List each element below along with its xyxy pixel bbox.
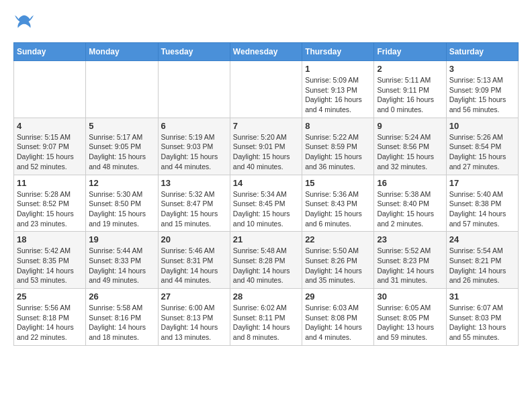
day-info: Sunrise: 5:24 AM Sunset: 8:56 PM Dayligh… bbox=[377, 132, 443, 172]
day-number: 8 bbox=[305, 121, 371, 131]
day-number: 10 bbox=[449, 121, 515, 131]
calendar-cell: 26Sunrise: 5:58 AM Sunset: 8:16 PM Dayli… bbox=[86, 289, 158, 346]
day-number: 13 bbox=[161, 178, 227, 188]
day-info: Sunrise: 6:05 AM Sunset: 8:05 PM Dayligh… bbox=[377, 303, 443, 342]
day-number: 15 bbox=[305, 178, 371, 188]
calendar-cell bbox=[230, 61, 302, 118]
day-info: Sunrise: 5:22 AM Sunset: 8:59 PM Dayligh… bbox=[305, 132, 371, 172]
day-header-thursday: Thursday bbox=[302, 43, 374, 61]
day-number: 3 bbox=[449, 64, 515, 74]
calendar-cell: 18Sunrise: 5:42 AM Sunset: 8:35 PM Dayli… bbox=[14, 232, 86, 289]
calendar-cell: 7Sunrise: 5:20 AM Sunset: 9:01 PM Daylig… bbox=[230, 118, 302, 175]
calendar-cell: 10Sunrise: 5:26 AM Sunset: 8:54 PM Dayli… bbox=[446, 118, 518, 175]
day-info: Sunrise: 5:44 AM Sunset: 8:33 PM Dayligh… bbox=[89, 246, 154, 285]
day-info: Sunrise: 6:07 AM Sunset: 8:03 PM Dayligh… bbox=[449, 303, 515, 342]
day-header-monday: Monday bbox=[86, 43, 158, 61]
day-info: Sunrise: 6:03 AM Sunset: 8:08 PM Dayligh… bbox=[305, 303, 371, 342]
calendar-cell: 25Sunrise: 5:56 AM Sunset: 8:18 PM Dayli… bbox=[14, 289, 86, 346]
calendar-cell: 12Sunrise: 5:30 AM Sunset: 8:50 PM Dayli… bbox=[86, 175, 158, 232]
day-header-tuesday: Tuesday bbox=[158, 43, 230, 61]
calendar-week-5: 25Sunrise: 5:56 AM Sunset: 8:18 PM Dayli… bbox=[14, 289, 519, 346]
calendar-cell: 19Sunrise: 5:44 AM Sunset: 8:33 PM Dayli… bbox=[86, 232, 158, 289]
day-number: 1 bbox=[305, 64, 371, 74]
calendar-cell: 23Sunrise: 5:52 AM Sunset: 8:23 PM Dayli… bbox=[374, 232, 446, 289]
day-number: 19 bbox=[89, 234, 154, 244]
day-number: 29 bbox=[305, 291, 371, 302]
calendar-cell: 28Sunrise: 6:02 AM Sunset: 8:11 PM Dayli… bbox=[230, 289, 302, 346]
calendar-cell: 13Sunrise: 5:32 AM Sunset: 8:47 PM Dayli… bbox=[158, 175, 230, 232]
calendar-cell: 16Sunrise: 5:38 AM Sunset: 8:40 PM Dayli… bbox=[374, 175, 446, 232]
day-number: 18 bbox=[17, 234, 83, 244]
day-info: Sunrise: 5:52 AM Sunset: 8:23 PM Dayligh… bbox=[377, 246, 443, 285]
day-number: 24 bbox=[449, 234, 515, 244]
calendar-cell: 29Sunrise: 6:03 AM Sunset: 8:08 PM Dayli… bbox=[302, 289, 374, 346]
day-number: 31 bbox=[449, 291, 515, 302]
day-info: Sunrise: 5:42 AM Sunset: 8:35 PM Dayligh… bbox=[17, 246, 83, 285]
day-header-wednesday: Wednesday bbox=[230, 43, 302, 61]
day-info: Sunrise: 5:26 AM Sunset: 8:54 PM Dayligh… bbox=[449, 132, 515, 172]
day-info: Sunrise: 5:58 AM Sunset: 8:16 PM Dayligh… bbox=[89, 303, 154, 342]
day-number: 22 bbox=[305, 234, 371, 244]
day-number: 11 bbox=[17, 178, 83, 188]
day-info: Sunrise: 5:38 AM Sunset: 8:40 PM Dayligh… bbox=[377, 189, 443, 229]
day-info: Sunrise: 5:40 AM Sunset: 8:38 PM Dayligh… bbox=[449, 189, 515, 229]
day-info: Sunrise: 5:09 AM Sunset: 9:13 PM Dayligh… bbox=[305, 75, 371, 115]
calendar-cell: 27Sunrise: 6:00 AM Sunset: 8:13 PM Dayli… bbox=[158, 289, 230, 346]
calendar-cell: 1Sunrise: 5:09 AM Sunset: 9:13 PM Daylig… bbox=[302, 61, 374, 118]
day-number: 7 bbox=[233, 121, 299, 131]
calendar-cell: 4Sunrise: 5:15 AM Sunset: 9:07 PM Daylig… bbox=[14, 118, 86, 175]
day-number: 17 bbox=[449, 178, 515, 188]
day-number: 25 bbox=[17, 291, 83, 302]
day-info: Sunrise: 5:32 AM Sunset: 8:47 PM Dayligh… bbox=[161, 189, 227, 229]
day-info: Sunrise: 5:54 AM Sunset: 8:21 PM Dayligh… bbox=[449, 246, 515, 285]
day-number: 14 bbox=[233, 178, 299, 188]
day-info: Sunrise: 5:19 AM Sunset: 9:03 PM Dayligh… bbox=[161, 132, 227, 172]
calendar-cell: 3Sunrise: 5:13 AM Sunset: 9:09 PM Daylig… bbox=[446, 61, 518, 118]
day-number: 6 bbox=[161, 121, 227, 131]
calendar-cell: 31Sunrise: 6:07 AM Sunset: 8:03 PM Dayli… bbox=[446, 289, 518, 346]
day-number: 27 bbox=[161, 291, 227, 302]
day-info: Sunrise: 5:34 AM Sunset: 8:45 PM Dayligh… bbox=[233, 189, 299, 229]
logo-bird-icon bbox=[15, 13, 34, 32]
calendar-cell: 8Sunrise: 5:22 AM Sunset: 8:59 PM Daylig… bbox=[302, 118, 374, 175]
day-number: 5 bbox=[89, 121, 154, 131]
calendar-week-3: 11Sunrise: 5:28 AM Sunset: 8:52 PM Dayli… bbox=[14, 175, 519, 232]
calendar-cell: 21Sunrise: 5:48 AM Sunset: 8:28 PM Dayli… bbox=[230, 232, 302, 289]
day-number: 20 bbox=[161, 234, 227, 244]
calendar-cell bbox=[86, 61, 158, 118]
day-number: 12 bbox=[89, 178, 154, 188]
day-number: 26 bbox=[89, 291, 154, 302]
calendar-cell: 9Sunrise: 5:24 AM Sunset: 8:56 PM Daylig… bbox=[374, 118, 446, 175]
day-info: Sunrise: 5:30 AM Sunset: 8:50 PM Dayligh… bbox=[89, 189, 154, 229]
logo bbox=[13, 13, 30, 36]
calendar-table: SundayMondayTuesdayWednesdayThursdayFrid… bbox=[13, 42, 519, 346]
calendar-cell: 14Sunrise: 5:34 AM Sunset: 8:45 PM Dayli… bbox=[230, 175, 302, 232]
day-info: Sunrise: 5:28 AM Sunset: 8:52 PM Dayligh… bbox=[17, 189, 83, 229]
day-header-saturday: Saturday bbox=[446, 43, 518, 61]
day-info: Sunrise: 6:00 AM Sunset: 8:13 PM Dayligh… bbox=[161, 303, 227, 342]
calendar-cell: 22Sunrise: 5:50 AM Sunset: 8:26 PM Dayli… bbox=[302, 232, 374, 289]
day-info: Sunrise: 5:36 AM Sunset: 8:43 PM Dayligh… bbox=[305, 189, 371, 229]
day-info: Sunrise: 5:46 AM Sunset: 8:31 PM Dayligh… bbox=[161, 246, 227, 285]
calendar-cell bbox=[14, 61, 86, 118]
day-number: 28 bbox=[233, 291, 299, 302]
calendar-cell: 5Sunrise: 5:17 AM Sunset: 9:05 PM Daylig… bbox=[86, 118, 158, 175]
day-number: 9 bbox=[377, 121, 443, 131]
day-info: Sunrise: 5:50 AM Sunset: 8:26 PM Dayligh… bbox=[305, 246, 371, 285]
calendar-cell: 2Sunrise: 5:11 AM Sunset: 9:11 PM Daylig… bbox=[374, 61, 446, 118]
day-info: Sunrise: 5:17 AM Sunset: 9:05 PM Dayligh… bbox=[89, 132, 154, 172]
header bbox=[13, 13, 519, 36]
day-info: Sunrise: 5:15 AM Sunset: 9:07 PM Dayligh… bbox=[17, 132, 83, 172]
calendar-week-4: 18Sunrise: 5:42 AM Sunset: 8:35 PM Dayli… bbox=[14, 232, 519, 289]
calendar-header-row: SundayMondayTuesdayWednesdayThursdayFrid… bbox=[14, 43, 519, 61]
day-number: 21 bbox=[233, 234, 299, 244]
calendar-cell: 15Sunrise: 5:36 AM Sunset: 8:43 PM Dayli… bbox=[302, 175, 374, 232]
calendar-cell: 20Sunrise: 5:46 AM Sunset: 8:31 PM Dayli… bbox=[158, 232, 230, 289]
calendar-cell: 30Sunrise: 6:05 AM Sunset: 8:05 PM Dayli… bbox=[374, 289, 446, 346]
calendar-cell: 11Sunrise: 5:28 AM Sunset: 8:52 PM Dayli… bbox=[14, 175, 86, 232]
day-info: Sunrise: 5:11 AM Sunset: 9:11 PM Dayligh… bbox=[377, 75, 443, 115]
day-info: Sunrise: 5:20 AM Sunset: 9:01 PM Dayligh… bbox=[233, 132, 299, 172]
day-number: 23 bbox=[377, 234, 443, 244]
calendar-cell bbox=[158, 61, 230, 118]
calendar-cell: 17Sunrise: 5:40 AM Sunset: 8:38 PM Dayli… bbox=[446, 175, 518, 232]
